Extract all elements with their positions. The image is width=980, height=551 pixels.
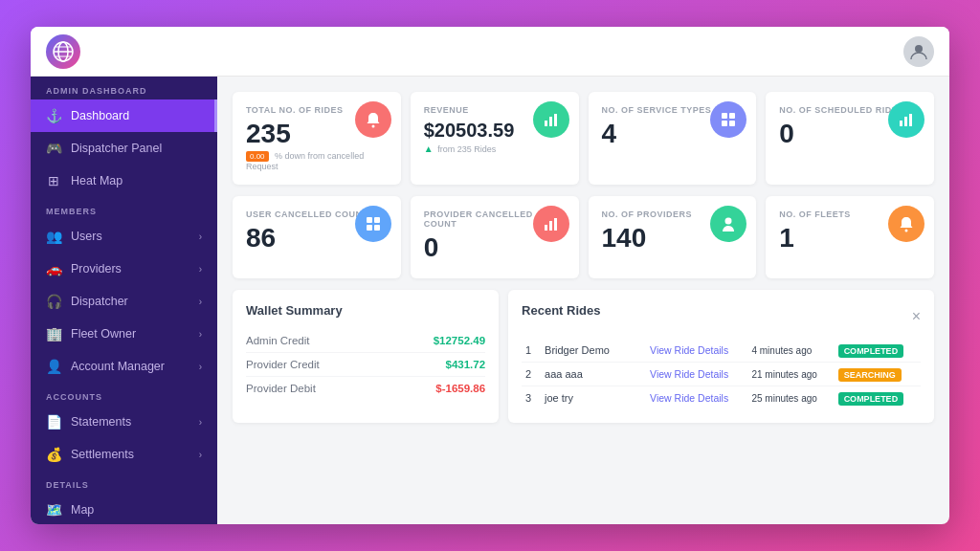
ride-name: joe try [541, 386, 646, 410]
sidebar-section-members: Members [31, 197, 217, 220]
ride-name: Bridger Demo [541, 339, 646, 363]
table-row: 3 joe try View Ride Details 25 minutes a… [522, 386, 921, 410]
ride-time: 4 minutes ago [747, 339, 834, 363]
sidebar-item-providers[interactable]: 🚗 Providers › [31, 253, 217, 285]
chart-bar-teal-icon [888, 101, 924, 138]
stat-card-scheduled-rides: No. of Scheduled Rides 0 [766, 92, 934, 185]
money-icon: 💰 [46, 447, 61, 462]
chevron-right-icon: › [199, 329, 202, 340]
chevron-right-icon: › [199, 297, 202, 307]
stat-card-rides: Total No. of Rides 235 0.00 % down from … [233, 92, 401, 185]
sidebar: Admin Dashboard ⚓ Dashboard 🎮 Dispatcher… [31, 77, 217, 524]
gamepad-icon: 🎮 [46, 141, 61, 156]
wallet-value-admin: $12752.49 [434, 335, 485, 346]
status-badge: COMPLETED [838, 344, 904, 358]
bell-icon [355, 101, 391, 138]
sidebar-item-map[interactable]: 🗺️ Map [31, 494, 217, 524]
chevron-right-icon: › [199, 417, 202, 428]
chart-bar-icon [533, 101, 569, 138]
bottom-grid: Wallet Summary Admin Credit $12752.49 Pr… [233, 290, 934, 423]
ride-status-cell: SEARCHING [835, 363, 921, 386]
user-avatar[interactable] [903, 36, 934, 67]
sidebar-section-accounts: Accounts [31, 383, 217, 406]
stats-row-2: User Cancelled Count 86 Provider Cancell… [233, 196, 934, 278]
svg-rect-22 [549, 221, 552, 231]
logo-area [46, 34, 80, 69]
stat-card-fleets: No. of Fleets 1 [766, 196, 934, 278]
sidebar-item-dispatcher[interactable]: 🎧 Dispatcher › [31, 285, 217, 318]
wallet-value-provider-debit: $-1659.86 [435, 383, 485, 394]
svg-rect-14 [900, 121, 902, 126]
svg-rect-8 [549, 117, 552, 126]
stat-card-providers: No. of Providers 140 [589, 196, 757, 278]
svg-rect-21 [545, 225, 547, 231]
arrow-up-icon: ▲ [424, 143, 434, 154]
anchor-icon: ⚓ [46, 108, 61, 123]
view-ride-details-link[interactable]: View Ride Details [650, 392, 728, 404]
sidebar-item-statements[interactable]: 📄 Statements › [31, 406, 217, 438]
svg-rect-9 [554, 114, 557, 126]
ride-view-link-cell: View Ride Details [646, 339, 747, 363]
stat-card-service-types: No. of Service Types 4 [589, 92, 757, 185]
ride-status-cell: COMPLETED [835, 386, 921, 410]
wallet-label-provider-credit: Provider Credit [246, 359, 320, 370]
sidebar-item-dashboard[interactable]: ⚓ Dashboard [31, 99, 217, 132]
view-ride-details-link[interactable]: View Ride Details [650, 344, 728, 356]
building-icon: 🏢 [46, 326, 61, 342]
sidebar-section-details: Details [31, 471, 217, 494]
sidebar-item-users[interactable]: 👥 Users › [31, 220, 217, 253]
main-content: Total No. of Rides 235 0.00 % down from … [217, 77, 949, 524]
status-badge: COMPLETED [838, 392, 904, 406]
sidebar-item-settlements[interactable]: 💰 Settlements › [31, 438, 217, 471]
chevron-right-icon: › [199, 231, 202, 242]
bell-orange-icon [888, 206, 924, 242]
svg-rect-16 [909, 114, 912, 126]
chevron-right-icon: › [199, 362, 202, 372]
logo-globe-icon [46, 34, 80, 69]
grid-squares-icon [710, 101, 746, 138]
svg-rect-20 [374, 225, 380, 231]
app-window: Admin Dashboard ⚓ Dashboard 🎮 Dispatcher… [31, 27, 949, 524]
svg-rect-18 [374, 217, 380, 223]
sidebar-item-dispatcher-panel[interactable]: 🎮 Dispatcher Panel [31, 132, 217, 165]
sidebar-section-admin: Admin Dashboard [31, 77, 217, 99]
svg-rect-19 [367, 225, 372, 231]
ride-time: 25 minutes ago [747, 386, 834, 410]
sidebar-item-heat-map[interactable]: ⊞ Heat Map [31, 165, 217, 197]
stat-card-provider-cancelled: Provider Cancelled Count 0 [411, 196, 579, 278]
chevron-right-icon: › [199, 450, 202, 460]
svg-rect-7 [545, 121, 547, 126]
wallet-row-provider-credit: Provider Credit $431.72 [246, 353, 485, 377]
header [31, 27, 949, 77]
sidebar-item-account-manager[interactable]: 👤 Account Manager › [31, 350, 217, 383]
users-icon: 👥 [46, 229, 61, 244]
stat-badge-rides: 0.00 [246, 151, 269, 162]
svg-point-24 [725, 218, 732, 225]
car-icon: 🚗 [46, 261, 61, 276]
svg-rect-10 [722, 113, 727, 119]
wallet-value-provider-credit: $431.72 [445, 359, 485, 370]
svg-rect-17 [367, 217, 372, 223]
close-button[interactable]: × [912, 308, 921, 325]
view-ride-details-link[interactable]: View Ride Details [650, 368, 728, 380]
wallet-title: Wallet Summary [246, 303, 485, 318]
grid-icon: ⊞ [46, 173, 61, 188]
ride-number: 3 [522, 386, 541, 410]
document-icon: 📄 [46, 414, 61, 430]
wallet-label-admin: Admin Credit [246, 335, 309, 346]
ride-number: 1 [522, 339, 541, 363]
svg-rect-15 [904, 117, 907, 126]
svg-rect-11 [729, 113, 735, 119]
rides-table: 1 Bridger Demo View Ride Details 4 minut… [522, 339, 921, 409]
ride-view-link-cell: View Ride Details [646, 386, 747, 410]
svg-rect-23 [554, 218, 557, 231]
sidebar-item-fleet-owner[interactable]: 🏢 Fleet Owner › [31, 318, 217, 350]
stat-card-revenue: Revenue $20503.59 ▲ from 235 Rides [411, 92, 579, 185]
wallet-summary-card: Wallet Summary Admin Credit $12752.49 Pr… [233, 290, 499, 423]
stat-sub-revenue: ▲ from 235 Rides [424, 143, 566, 154]
ride-number: 2 [522, 363, 541, 386]
stat-sub-rides: 0.00 % down from cancelled Request [246, 151, 388, 171]
stats-row-1: Total No. of Rides 235 0.00 % down from … [233, 92, 934, 185]
stat-card-user-cancelled: User Cancelled Count 86 [233, 196, 401, 278]
wallet-label-provider-debit: Provider Debit [246, 383, 316, 394]
